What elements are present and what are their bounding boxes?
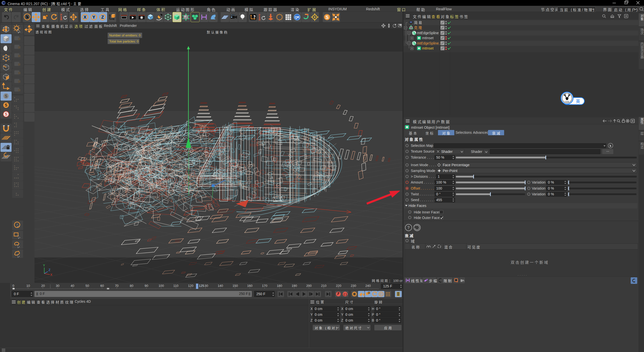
svg-text:0: 0: [12, 284, 14, 288]
svg-text:克隆: 克隆: [414, 26, 423, 30]
svg-text:网格间距：100 cm: 网格间距：100 cm: [372, 279, 403, 283]
svg-text:英: 英: [576, 99, 580, 104]
svg-text:50: 50: [86, 284, 89, 288]
svg-text:行走者: 行走者: [565, 101, 569, 103]
svg-text:Y: Y: [92, 15, 95, 20]
svg-text:mtInset: mtInset: [422, 47, 433, 50]
svg-text:20: 20: [41, 284, 45, 288]
svg-text:210: 210: [321, 284, 327, 288]
svg-text:190: 190: [292, 284, 297, 288]
svg-text:110: 110: [173, 284, 179, 288]
svg-text:230: 230: [351, 284, 356, 288]
svg-text:S: S: [326, 15, 329, 20]
svg-text:30: 30: [56, 284, 59, 288]
svg-text:220: 220: [336, 284, 341, 288]
svg-text:简易: 简易: [414, 21, 423, 25]
svg-text:80: 80: [130, 284, 133, 288]
svg-text:X: X: [50, 273, 52, 277]
svg-text:140: 140: [218, 284, 223, 288]
svg-text:?: ?: [407, 226, 410, 230]
svg-text:10: 10: [26, 284, 30, 288]
svg-text:30: 30: [205, 284, 208, 288]
svg-text:X: X: [84, 15, 87, 20]
svg-text:170: 170: [262, 284, 267, 288]
svg-text:40: 40: [71, 284, 74, 288]
svg-text:mtEdgeSpline.1: mtEdgeSpline.1: [417, 41, 441, 45]
svg-text:Y: Y: [43, 264, 45, 267]
svg-text:S: S: [5, 112, 8, 116]
svg-text:Total live particles: 0: Total live particles: 0: [109, 39, 139, 43]
svg-text:P: P: [380, 293, 382, 296]
svg-text:( ): ( ): [344, 292, 346, 296]
svg-text:Z: Z: [101, 15, 104, 20]
svg-text:60: 60: [100, 284, 104, 288]
svg-text:Number of emitters: 0: Number of emitters: 0: [109, 33, 141, 37]
svg-text:R: R: [60, 18, 62, 21]
svg-text:透视视图: 透视视图: [35, 30, 53, 34]
svg-text:S: S: [5, 94, 8, 98]
svg-text:S: S: [5, 103, 8, 107]
svg-text:90: 90: [145, 284, 148, 288]
svg-text:QR: QR: [295, 16, 299, 19]
svg-text:100: 100: [158, 284, 164, 288]
svg-text:160: 160: [247, 284, 253, 288]
svg-text:Z: Z: [49, 268, 50, 272]
svg-text:120: 120: [188, 284, 193, 288]
svg-text:mtInset: mtInset: [422, 36, 433, 40]
svg-text:R: R: [259, 18, 261, 21]
svg-text:180: 180: [277, 284, 282, 288]
svg-text:125: 125: [199, 284, 204, 288]
svg-text:mtEdgeSpline: mtEdgeSpline: [417, 31, 439, 35]
svg-text:240: 240: [365, 284, 371, 288]
